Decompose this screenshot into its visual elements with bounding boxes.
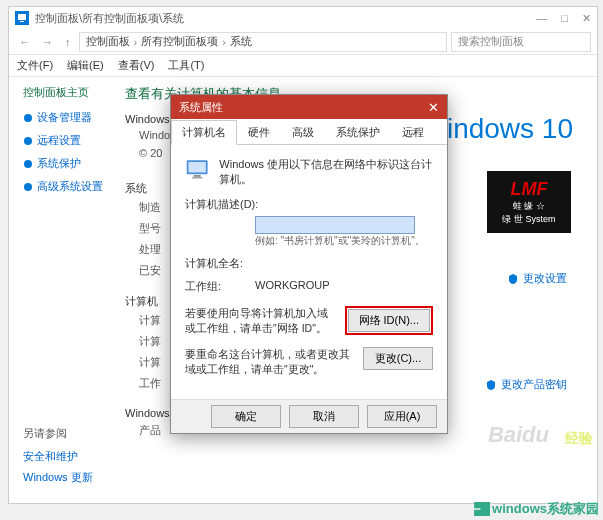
search-input[interactable]: 搜索控制面板 xyxy=(451,32,591,52)
chevron-right-icon: › xyxy=(222,36,226,48)
menubar: 文件(F) 编辑(E) 查看(V) 工具(T) xyxy=(9,55,597,77)
monitor-icon xyxy=(185,157,209,181)
desc-hint: 例如: "书房计算机"或"美玲的计算机"。 xyxy=(255,234,433,248)
addressbar: ← → ↑ 控制面板 › 所有控制面板项 › 系统 搜索控制面板 xyxy=(9,29,597,55)
svg-rect-7 xyxy=(188,162,205,172)
menu-edit[interactable]: 编辑(E) xyxy=(67,58,104,73)
shield-icon xyxy=(507,273,519,285)
dialog-tabs: 计算机名 硬件 高级 系统保护 远程 xyxy=(171,119,447,145)
jingyan-watermark: 经验 xyxy=(565,430,593,448)
windows-flag-icon xyxy=(474,502,490,516)
change-settings-link[interactable]: 更改设置 xyxy=(507,271,567,286)
svg-rect-1 xyxy=(20,21,24,22)
network-id-text: 若要使用向导将计算机加入域或工作组，请单击"网络 ID"。 xyxy=(185,306,337,335)
dialog-title: 系统属性 xyxy=(179,100,223,115)
sidebar-item-protection[interactable]: 系统保护 xyxy=(23,156,109,171)
shield-icon xyxy=(23,182,33,192)
tab-hardware[interactable]: 硬件 xyxy=(237,120,281,145)
window-buttons: — □ ✕ xyxy=(536,12,591,25)
chevron-right-icon: › xyxy=(134,36,138,48)
sidebar-item-advanced[interactable]: 高级系统设置 xyxy=(23,179,109,194)
dialog-info-text: Windows 使用以下信息在网络中标识这台计算机。 xyxy=(219,157,433,187)
tab-remote[interactable]: 远程 xyxy=(391,120,435,145)
change-productkey-link[interactable]: 更改产品密钥 xyxy=(485,377,567,392)
maximize-button[interactable]: □ xyxy=(561,12,568,25)
desc-label: 计算机描述(D): xyxy=(185,197,433,212)
fullname-label: 计算机全名: xyxy=(185,256,255,271)
see-also-security[interactable]: 安全和维护 xyxy=(23,449,93,464)
svg-point-2 xyxy=(24,114,32,122)
change-button[interactable]: 更改(C)... xyxy=(363,347,433,370)
svg-rect-0 xyxy=(18,14,26,20)
shield-icon xyxy=(23,136,33,146)
sidebar-item-device-manager[interactable]: 设备管理器 xyxy=(23,110,109,125)
workgroup-label: 工作组: xyxy=(185,279,255,294)
menu-tools[interactable]: 工具(T) xyxy=(168,58,204,73)
svg-rect-9 xyxy=(192,177,202,179)
system-properties-dialog: 系统属性 ✕ 计算机名 硬件 高级 系统保护 远程 Windows 使用以下信息… xyxy=(170,94,448,434)
highlight-box: 网络 ID(N)... xyxy=(345,306,434,335)
tab-computer-name[interactable]: 计算机名 xyxy=(171,120,237,145)
svg-point-4 xyxy=(24,160,32,168)
window-title: 控制面板\所有控制面板项\系统 xyxy=(35,11,536,26)
tab-advanced[interactable]: 高级 xyxy=(281,120,325,145)
lmf-logo: LMF 蛙 缘 ☆ 绿 世 System xyxy=(487,171,571,233)
network-id-button[interactable]: 网络 ID(N)... xyxy=(348,309,431,332)
dialog-titlebar: 系统属性 ✕ xyxy=(171,95,447,119)
cancel-button[interactable]: 取消 xyxy=(289,405,359,428)
svg-point-3 xyxy=(24,137,32,145)
dialog-footer: 确定 取消 应用(A) xyxy=(171,399,447,433)
svg-point-5 xyxy=(24,183,32,191)
shield-icon xyxy=(485,379,497,391)
svg-rect-8 xyxy=(194,175,201,177)
minimize-button[interactable]: — xyxy=(536,12,547,25)
winjy-watermark: windows系统家园 xyxy=(474,500,599,518)
shield-icon xyxy=(23,159,33,169)
see-also-update[interactable]: Windows 更新 xyxy=(23,470,93,485)
tab-protection[interactable]: 系统保护 xyxy=(325,120,391,145)
system-icon xyxy=(15,11,29,25)
forward-button[interactable]: → xyxy=(38,34,57,50)
see-also: 另请参阅 安全和维护 Windows 更新 xyxy=(23,426,93,491)
breadcrumb[interactable]: 控制面板 › 所有控制面板项 › 系统 xyxy=(79,32,448,52)
dialog-body: Windows 使用以下信息在网络中标识这台计算机。 计算机描述(D): 例如:… xyxy=(171,145,447,399)
crumb-0[interactable]: 控制面板 xyxy=(86,34,130,49)
sidebar-home[interactable]: 控制面板主页 xyxy=(23,85,109,100)
menu-view[interactable]: 查看(V) xyxy=(118,58,155,73)
computer-description-input[interactable] xyxy=(255,216,415,234)
fullname-value xyxy=(255,256,433,271)
workgroup-value: WORKGROUP xyxy=(255,279,433,294)
sidebar-item-remote[interactable]: 远程设置 xyxy=(23,133,109,148)
rename-text: 要重命名这台计算机，或者更改其域或工作组，请单击"更改"。 xyxy=(185,347,355,376)
crumb-1[interactable]: 所有控制面板项 xyxy=(141,34,218,49)
ok-button[interactable]: 确定 xyxy=(211,405,281,428)
close-button[interactable]: ✕ xyxy=(582,12,591,25)
titlebar: 控制面板\所有控制面板项\系统 — □ ✕ xyxy=(9,7,597,29)
dialog-close-button[interactable]: ✕ xyxy=(428,100,439,115)
back-button[interactable]: ← xyxy=(15,34,34,50)
apply-button[interactable]: 应用(A) xyxy=(367,405,437,428)
up-button[interactable]: ↑ xyxy=(61,34,75,50)
crumb-2[interactable]: 系统 xyxy=(230,34,252,49)
shield-icon xyxy=(23,113,33,123)
baidu-watermark: Baidu xyxy=(488,422,549,448)
menu-file[interactable]: 文件(F) xyxy=(17,58,53,73)
